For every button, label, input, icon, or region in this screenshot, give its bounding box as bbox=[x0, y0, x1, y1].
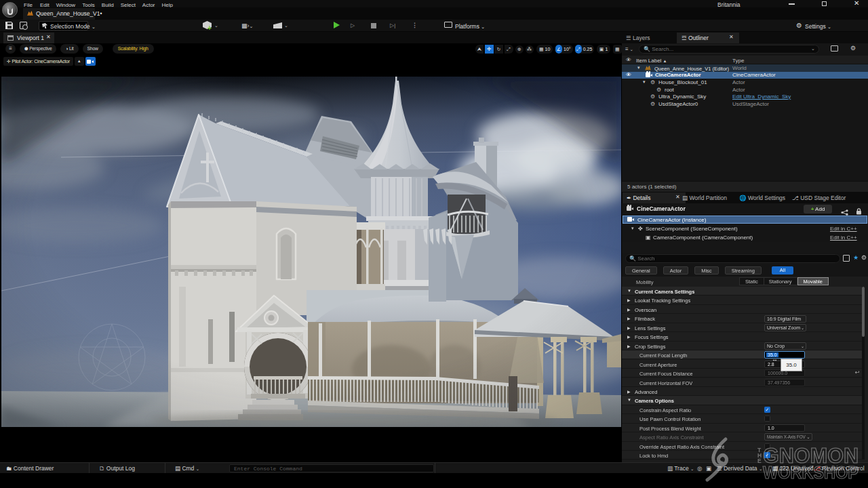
svg-text:E: E bbox=[757, 458, 762, 464]
svg-text:WORKSHOP: WORKSHOP bbox=[763, 462, 859, 483]
